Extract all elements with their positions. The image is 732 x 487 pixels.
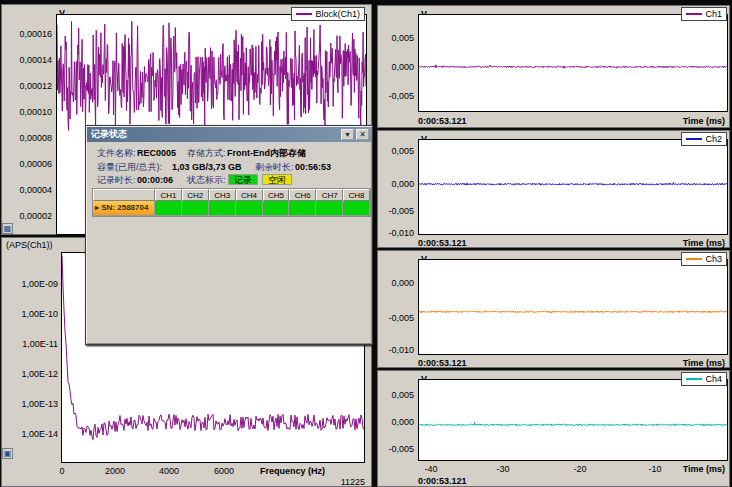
channel-status-table: CH1 CH2 CH3 CH4 CH5 CH6 CH7 CH8 ▸ SN: 25…: [92, 188, 371, 217]
x-axis-label: Frequency (Hz): [260, 466, 325, 476]
x-tick: 6000: [204, 466, 244, 476]
y-tick: -0,005: [378, 91, 414, 101]
y-tick: 0,00014: [2, 55, 52, 65]
cursor-time: 0:00:53.121: [418, 238, 467, 248]
scope-canvas-ch2: [419, 140, 727, 234]
table-row[interactable]: ▸ SN: 2588704: [93, 201, 370, 216]
y-tick: -0,005: [378, 313, 414, 323]
y-tick: 1,00E-10: [2, 309, 58, 319]
y-tick: 0,00010: [2, 107, 52, 117]
scope-canvas-ch3: [419, 260, 727, 354]
table-header-ch5: CH5: [263, 189, 290, 201]
device-sn-label: SN: 2588704: [101, 203, 148, 212]
legend-line-icon: [296, 13, 312, 15]
y-tick: 1,00E-12: [2, 369, 58, 379]
table-header-row: CH1 CH2 CH3 CH4 CH5 CH6 CH7 CH8: [93, 189, 370, 201]
table-header-ch2: CH2: [182, 189, 209, 201]
legend-label: Ch4: [705, 374, 722, 384]
chart-tool-icon[interactable]: ▣: [2, 448, 13, 459]
y-tick: -0,005: [378, 206, 414, 216]
table-header-ch3: CH3: [209, 189, 236, 201]
legend-line-icon: [686, 13, 702, 15]
cursor-time: 0:00:53.121: [418, 476, 467, 486]
legend-label: Ch3: [705, 254, 722, 264]
y-tick: 0,00006: [2, 159, 52, 169]
block-chart-legend[interactable]: Block(Ch1): [291, 7, 365, 21]
legend-line-icon: [686, 258, 702, 260]
dialog-titlebar[interactable]: 记录状态 ▾ ✕: [87, 127, 371, 142]
scope-legend-ch2[interactable]: Ch2: [681, 132, 727, 146]
ch-status-cell: [289, 201, 316, 216]
scope-plot-ch1[interactable]: [418, 14, 728, 112]
x-tick: -20: [560, 464, 600, 474]
file-name-value: REC0005: [137, 148, 176, 158]
y-tick: 0,005: [378, 33, 414, 43]
y-tick: -0,005: [378, 444, 414, 454]
x-tick: 0: [42, 466, 82, 476]
y-tick: 1,00E-11: [2, 339, 58, 349]
storage-mode-label: 存储方式:: [187, 148, 226, 158]
x-axis-label: Time (ms): [683, 358, 725, 368]
capacity-label: 容量(已用/总共):: [97, 162, 162, 172]
scope-plot-ch4[interactable]: [418, 379, 728, 461]
scope-plot-ch2[interactable]: [418, 139, 728, 235]
scope-panel-ch1: V 0,005 0,000 -0,005 Ch1 0:00:53.121 Tim…: [377, 5, 730, 128]
cursor-time: 0:00:53.121: [418, 116, 467, 126]
ch-status-cell: [182, 201, 209, 216]
record-duration-label: 记录时长:: [97, 175, 136, 185]
y-tick: 0,00008: [2, 133, 52, 143]
y-tick: 0,005: [378, 390, 414, 400]
legend-label: Block(Ch1): [315, 9, 360, 19]
device-sn-cell: ▸ SN: 2588704: [93, 201, 155, 216]
row-marker-icon: ▸: [95, 203, 99, 212]
y-tick: 1,00E-09: [2, 279, 58, 289]
x-tick: -10: [635, 464, 675, 474]
ch-status-cell: [236, 201, 263, 216]
table-header-ch6: CH6: [289, 189, 316, 201]
status-idle-badge: 空闲: [262, 174, 292, 185]
ch-status-cell: [316, 201, 343, 216]
y-tick: 0,000: [378, 417, 414, 427]
aps-chart-title: (APS(Ch1)): [6, 240, 53, 250]
status-recording-badge: 记录: [228, 174, 258, 185]
y-tick: 0,00004: [2, 185, 52, 195]
legend-label: Ch1: [705, 9, 722, 19]
y-tick: -0,010: [378, 228, 414, 238]
legend-label: Ch2: [705, 134, 722, 144]
scope-panel-ch4: V 0,005 0,000 -0,005 Ch4 -40 -30 -20 -10…: [377, 370, 730, 487]
table-header-ch7: CH7: [316, 189, 343, 201]
x-tick: 4000: [149, 466, 189, 476]
y-tick: 0,00016: [2, 29, 52, 39]
daq-application-window: V 0,00016 0,00014 0,00012 0,00010 0,0000…: [0, 0, 732, 487]
table-header-ch1: CH1: [155, 189, 182, 201]
x-axis-label: Time (ms): [683, 238, 725, 248]
ch-status-cell: [155, 201, 182, 216]
x-tick: -40: [411, 464, 451, 474]
y-tick: 0,000: [378, 278, 414, 288]
storage-mode-value: Front-End内部存储: [227, 148, 306, 158]
ch-status-cell: [209, 201, 236, 216]
legend-line-icon: [686, 378, 702, 380]
x-axis-label: Time (ms): [683, 116, 725, 126]
table-header-ch4: CH4: [236, 189, 263, 201]
scope-panel-ch2: V 0,005 0,000 -0,005 -0,010 Ch2 0:00:53.…: [377, 130, 730, 248]
status-indicator-label: 状态标示:: [187, 175, 226, 185]
scope-plot-ch3[interactable]: [418, 259, 728, 355]
dialog-body: 文件名称: REC0005 存储方式: Front-End内部存储 容量(已用/…: [87, 142, 371, 343]
y-tick: 0,000: [378, 62, 414, 72]
table-header-ch8: CH8: [343, 189, 370, 201]
chart-tool-icon[interactable]: ▦: [2, 223, 13, 234]
cursor-time: 0:00:53.121: [418, 358, 467, 368]
table-header-blank: [93, 189, 155, 201]
capacity-value: 1,03 GB/3,73 GB: [172, 162, 242, 172]
scope-legend-ch4[interactable]: Ch4: [681, 372, 727, 386]
ch-status-cell: [263, 201, 290, 216]
remaining-time-value: 00:56:53: [295, 162, 331, 172]
x-tick-last: 11225: [341, 477, 365, 487]
scope-legend-ch1[interactable]: Ch1: [681, 7, 727, 21]
pin-icon[interactable]: ▾: [341, 129, 354, 140]
scope-legend-ch3[interactable]: Ch3: [681, 252, 727, 266]
close-icon[interactable]: ✕: [356, 129, 369, 140]
x-tick: 2000: [95, 466, 135, 476]
record-duration-value: 00:00:06: [137, 175, 173, 185]
